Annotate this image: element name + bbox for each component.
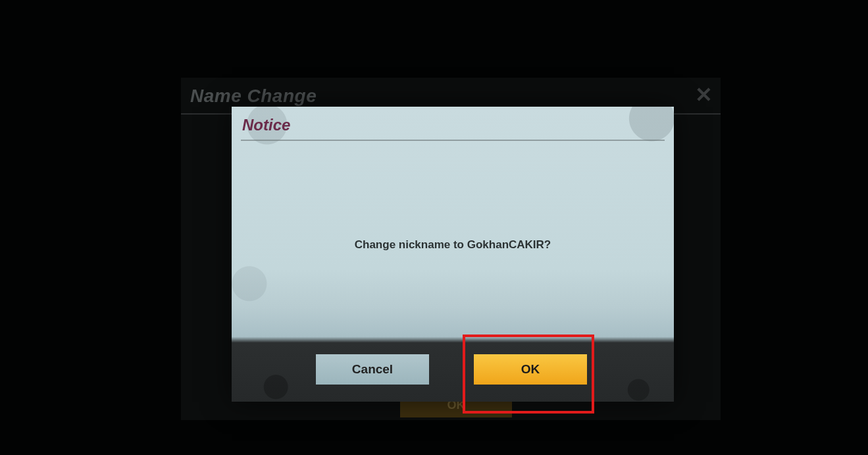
name-change-title: Name Change: [190, 86, 317, 107]
close-icon[interactable]: ✕: [693, 84, 714, 105]
notice-message: Change nickname to GokhanCAKIR?: [232, 238, 674, 252]
notice-title: Notice: [242, 116, 290, 134]
screen-root: Name Change ✕ OK Notice Change nickname …: [0, 0, 868, 455]
cancel-button[interactable]: Cancel: [316, 354, 429, 385]
notice-dialog: Notice Change nickname to GokhanCAKIR? C…: [232, 107, 674, 402]
ok-button[interactable]: OK: [474, 354, 587, 385]
notice-title-underline: [241, 140, 665, 141]
